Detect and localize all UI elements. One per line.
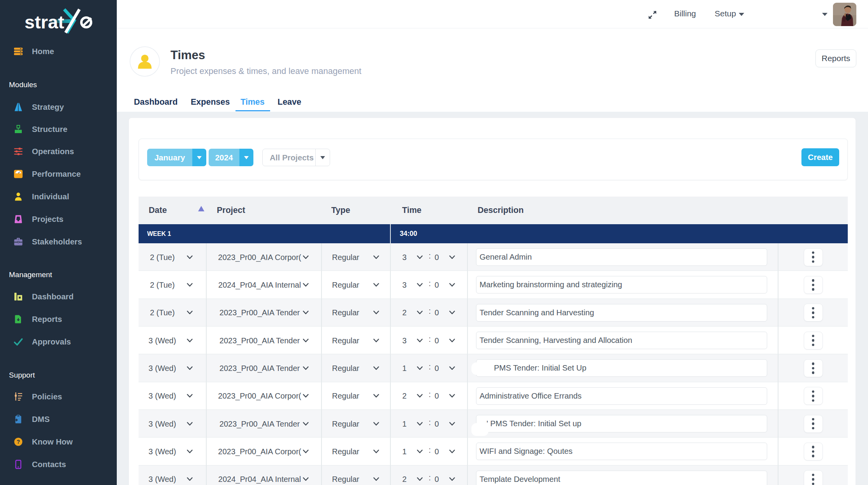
svg-text:strat: strat bbox=[25, 12, 64, 32]
svg-text:?: ? bbox=[17, 439, 20, 445]
